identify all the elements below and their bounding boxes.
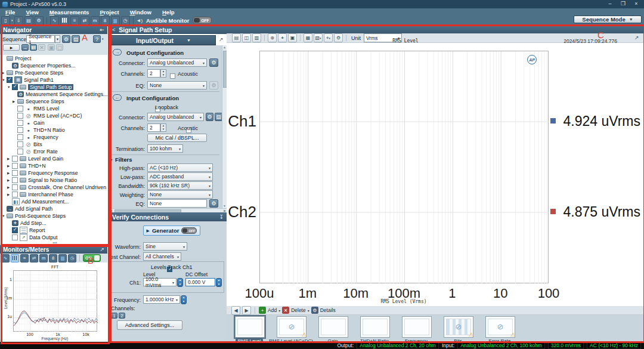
ch1-level-combo[interactable]: 100.0 mVrms▾ xyxy=(143,278,177,286)
expand-icon[interactable]: ▶ xyxy=(7,157,12,160)
checkbox[interactable] xyxy=(17,120,23,126)
checkbox[interactable] xyxy=(17,134,23,140)
sequence-settings-icon[interactable]: ⚙ xyxy=(62,35,70,43)
tree-item-measurement-sequence-settings[interactable]: Measurement Sequence Settings... xyxy=(0,91,107,98)
output-connector-settings-icon[interactable]: ⚙ xyxy=(209,58,218,67)
graph-grid-icon[interactable]: ▦ xyxy=(304,33,312,42)
expand-icon[interactable]: ▶ xyxy=(13,100,17,103)
tree-item-project[interactable]: Project xyxy=(0,55,107,62)
new-project-dropdown-icon[interactable]: ▾ xyxy=(11,18,13,22)
back-chevron-icon[interactable]: < xyxy=(112,27,115,33)
add-signal-path-toolbar-icon[interactable]: → xyxy=(21,44,29,51)
checkbox[interactable] xyxy=(12,234,18,240)
tree-item-gain[interactable]: Gain xyxy=(0,119,107,126)
delete-dropdown-icon[interactable]: ▾ xyxy=(308,308,309,313)
tree-item-error-rate[interactable]: Error Rate xyxy=(0,148,107,155)
channel-2-button[interactable]: 2 xyxy=(119,313,125,319)
clock-tab-icon[interactable]: ◷ xyxy=(68,254,76,262)
tree-item-post-sequence-steps[interactable]: ▼Post-Sequence Steps xyxy=(0,212,107,220)
fft-monitor-tab-icon[interactable] xyxy=(11,254,19,262)
lowpass-select[interactable]: ADC passband▾ xyxy=(147,172,213,181)
bandwidth-select[interactable]: 90k (192 kHz SR)▾ xyxy=(147,181,213,190)
expand-icon[interactable]: ▶ xyxy=(2,71,7,75)
level-meter-tab-icon[interactable]: ||| xyxy=(58,254,67,262)
splitter-handle[interactable]: ••• xyxy=(49,242,61,245)
collapse-icon[interactable]: ▼ xyxy=(2,78,7,82)
menu-project[interactable]: Project xyxy=(94,9,124,16)
checkbox[interactable] xyxy=(17,149,23,155)
first-measurement-icon[interactable]: ◀ xyxy=(231,306,240,315)
tree-item-signal-path-setup[interactable]: ▼Signal Path Setup xyxy=(0,84,107,91)
waveform-select[interactable]: Sine▾ xyxy=(143,242,187,251)
dc-offset-input[interactable]: 0.000 V xyxy=(185,278,215,286)
menu-file[interactable]: File xyxy=(0,9,20,16)
menu-window[interactable]: Window xyxy=(125,9,157,16)
view-selector-dropdown[interactable]: Input/Output ▼ xyxy=(111,35,216,45)
sequence-dropdown-icon[interactable]: ▼ xyxy=(55,35,60,43)
tree-item-pre-sequence-steps[interactable]: ▶Pre-Sequence Steps xyxy=(0,69,107,76)
expand-icon[interactable]: ▶ xyxy=(7,164,12,168)
checkbox[interactable] xyxy=(17,127,23,133)
help-dropdown-icon[interactable]: ▾ xyxy=(102,37,104,41)
tree-item-bits[interactable]: Bits xyxy=(0,141,107,148)
thumbnail-thd-n-ratio[interactable] xyxy=(360,316,390,338)
maximize-button[interactable]: ❐ xyxy=(617,0,630,8)
close-button[interactable]: × xyxy=(630,0,643,8)
generator-monitor-tab-icon[interactable]: ∿ xyxy=(1,254,10,262)
highpass-select[interactable]: AC (<10 Hz)▾ xyxy=(147,163,213,172)
generator-toggle-button[interactable]: ▶ Generator OFF xyxy=(143,226,200,236)
sweep-monitor-tab-icon[interactable]: ⇄ xyxy=(30,254,38,262)
menu-view[interactable]: View xyxy=(20,9,44,16)
termination-select[interactable]: 100 kohm▾ xyxy=(147,144,183,153)
settings-gear-icon[interactable]: ⚙ xyxy=(35,16,44,25)
filters-eq-input[interactable]: None xyxy=(147,199,207,208)
list-monitor-icon[interactable]: ≡ xyxy=(70,16,79,25)
checkbox[interactable] xyxy=(12,177,18,183)
thumbnail-bits[interactable]: ⊘⚠ xyxy=(444,316,473,338)
level-meter-icon[interactable]: ||| xyxy=(111,16,120,25)
mic-cal-button[interactable]: Mic Cal / dBSPL... xyxy=(147,134,207,142)
bluetooth-icon[interactable]: 8 xyxy=(101,16,110,25)
graph-fit-icon[interactable]: ▣ xyxy=(288,33,297,42)
sps-popout-icon[interactable]: ↗ xyxy=(219,36,224,42)
details-icon[interactable]: ⚙ xyxy=(311,307,318,314)
weighting-select[interactable]: None▾ xyxy=(147,190,213,199)
menu-help[interactable]: Help xyxy=(157,9,180,16)
graph-layout-icon[interactable]: ▥ xyxy=(252,33,261,42)
tree-item-signal-path1[interactable]: ▼Signal Path1 xyxy=(0,76,107,84)
checkbox[interactable] xyxy=(12,227,18,233)
save-icon[interactable]: ▤ xyxy=(24,16,33,25)
input-connector-select[interactable]: Analog Unbalanced▾ xyxy=(147,113,204,121)
graph-popout-icon[interactable]: ↗ xyxy=(634,35,639,41)
tree-item-frequency-response[interactable]: ▶Frequency Response xyxy=(0,169,107,177)
meter-m-tab-icon[interactable]: m xyxy=(39,254,48,262)
checkbox[interactable] xyxy=(12,192,18,197)
graph-copy-icon[interactable]: ◫ xyxy=(242,33,251,42)
collapse-icon[interactable]: ▼ xyxy=(2,214,7,218)
last-measurement-icon[interactable]: ▶ xyxy=(242,306,251,315)
tree-item-add-measurement[interactable]: Add Measurement... xyxy=(0,198,107,205)
graph-zoom-icon[interactable]: ⊕ xyxy=(268,33,277,42)
sweep-monitor-icon[interactable]: ⇄ xyxy=(80,16,89,25)
run-sequence-button[interactable]: ▶ xyxy=(3,44,20,51)
checkbox[interactable] xyxy=(17,113,23,119)
thumbnail-error-rate[interactable]: ⊘⚠ xyxy=(485,316,515,338)
sequence-select[interactable]: Sequence 1 xyxy=(26,35,55,43)
tree-item-report[interactable]: Report xyxy=(0,227,107,234)
output-acoustic-checkbox[interactable] xyxy=(170,73,175,79)
output-connector-select[interactable]: Analog Unbalanced▾ xyxy=(147,58,207,67)
frequency-spinner[interactable]: ▲▼ xyxy=(181,295,187,304)
expand-icon[interactable]: ▶ xyxy=(7,171,12,175)
sequence-report-icon[interactable]: ▤ xyxy=(72,35,80,43)
tree-item-thd-n[interactable]: ▶THD+N xyxy=(0,162,107,169)
checkbox[interactable] xyxy=(7,77,13,83)
checkbox[interactable] xyxy=(12,163,18,169)
meter-m-icon[interactable]: m xyxy=(91,16,100,25)
checkbox[interactable] xyxy=(12,156,18,162)
tree-item-signal-to-noise-ratio[interactable]: ▶Signal to Noise Ratio xyxy=(0,177,107,184)
add-measurement-toolbar-icon[interactable] xyxy=(30,44,37,51)
advanced-settings-button[interactable]: Advanced Settings... xyxy=(117,320,182,330)
output-channels-spinner[interactable]: ▲▼ xyxy=(160,69,166,78)
frequency-combo[interactable]: 1.00000 kHz▾ xyxy=(143,295,180,304)
test-channel-select[interactable]: All Channels▾ xyxy=(143,252,181,261)
